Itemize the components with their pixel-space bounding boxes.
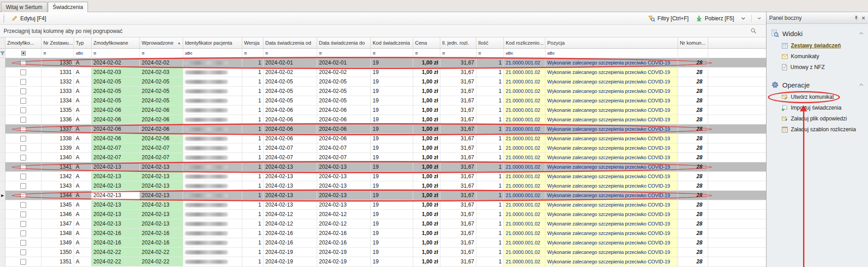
filter-cell-wprowadzone[interactable]: = bbox=[140, 49, 183, 58]
row-checkbox[interactable] bbox=[20, 79, 26, 85]
row-checkbox[interactable] bbox=[20, 126, 26, 132]
close-icon[interactable]: × bbox=[862, 15, 865, 21]
row-checkbox[interactable] bbox=[20, 249, 26, 255]
table-row[interactable]: 1345 A 2024-02-13 2024-02-13 1 2024-02-1… bbox=[0, 200, 766, 210]
table-row[interactable]: 1351 A 2024-02-22 2024-02-22 1 2024-02-1… bbox=[0, 257, 766, 267]
panel-item-importuj-swiadczenia[interactable]: Importuj świadczenia bbox=[770, 102, 864, 113]
pin-icon[interactable] bbox=[854, 15, 859, 21]
table-row[interactable]: 1342 A 2024-02-13 2024-02-13 1 2024-02-1… bbox=[0, 172, 766, 181]
cell-cena: 1,00 zł bbox=[413, 77, 440, 87]
table-row[interactable]: 1341 A 2024-02-13 2024-02-13 1 2024-02-1… bbox=[0, 162, 766, 172]
row-checkbox[interactable] bbox=[20, 221, 26, 227]
row-checkbox[interactable] bbox=[20, 136, 26, 142]
filter-cell-zmodyfikowane[interactable]: = bbox=[92, 49, 140, 58]
column-header-ilosc[interactable]: Ilość bbox=[476, 37, 504, 49]
tab-swiadczenia[interactable]: Świadczenia bbox=[48, 2, 88, 12]
chevron-down-icon bbox=[757, 17, 761, 19]
filter-cell-wersja[interactable]: = bbox=[242, 49, 263, 58]
filter-cell-zmodyfiko[interactable] bbox=[5, 49, 42, 58]
table-row[interactable]: 1330 A 2024-02-02 2024-02-02 1 2024-02-0… bbox=[0, 58, 766, 68]
panel-item-zestawy-swiadczen[interactable]: Zestawy świadczeń bbox=[770, 40, 864, 51]
row-checkbox[interactable] bbox=[20, 183, 26, 189]
row-checkbox[interactable] bbox=[20, 69, 26, 75]
column-header-typ[interactable]: Typ bbox=[74, 37, 92, 49]
toolbar-overflow-button[interactable] bbox=[754, 16, 764, 21]
download-button[interactable]: Pobierz [F5] bbox=[693, 14, 737, 23]
row-checkbox[interactable] bbox=[20, 174, 26, 180]
table-row[interactable]: 1347 A 2024-02-13 2024-02-13 1 2024-02-1… bbox=[0, 219, 766, 229]
table-row[interactable]: 1346 A 2024-02-13 2024-02-13 1 2024-02-1… bbox=[0, 210, 766, 219]
row-checkbox[interactable] bbox=[20, 240, 26, 246]
filter-cell-identyfikator[interactable]: aBc bbox=[183, 49, 242, 58]
column-header-wersja[interactable]: Wersja bbox=[242, 37, 263, 49]
row-checkbox[interactable] bbox=[20, 145, 26, 151]
search-icon[interactable] bbox=[750, 28, 757, 34]
section-header-operacje[interactable]: Operacje bbox=[770, 78, 864, 92]
tab-witaj-w-sertum[interactable]: Witaj w Sertum bbox=[1, 2, 47, 12]
filter-cell-nr-zestawu[interactable]: = bbox=[42, 49, 74, 58]
row-checkbox[interactable] bbox=[20, 230, 26, 236]
table-row[interactable]: 1333 A 2024-02-05 2024-02-05 1 2024-02-0… bbox=[0, 87, 766, 96]
column-header-zmodyfiko[interactable]: Zmodyfiko... bbox=[5, 37, 42, 49]
row-checkbox[interactable] bbox=[20, 202, 26, 208]
section-header-widoki[interactable]: Widoki bbox=[770, 27, 864, 40]
column-header-kod-rozliczeniowy[interactable]: Kod rozliczenio... bbox=[504, 37, 545, 49]
filter-cell-data-do[interactable]: = bbox=[317, 49, 371, 58]
toolbar-drag-handle[interactable] bbox=[3, 14, 5, 22]
table-row[interactable]: 1331 A 2024-02-03 2024-02-03 1 2024-02-0… bbox=[0, 68, 766, 77]
table-row[interactable]: 1338 A 2024-02-06 2024-02-06 1 2024-02-0… bbox=[0, 134, 766, 143]
column-header-data-do[interactable]: Data świadczenia do bbox=[317, 37, 371, 49]
panel-item-zaladuj-plik-odpowiedzi[interactable]: Załaduj plik odpowiedzi bbox=[770, 113, 864, 124]
filter-cell-kod-rozliczeniowy[interactable]: aBc bbox=[504, 49, 545, 58]
row-checkbox[interactable] bbox=[20, 212, 26, 217]
filter-cell-pozycja[interactable]: aBc bbox=[545, 49, 678, 58]
column-header-wprowadzone[interactable]: Wprowadzone ▲ bbox=[140, 37, 183, 49]
edit-button[interactable]: Edytuj [F4] bbox=[8, 14, 49, 23]
column-header-nr-komunikatu[interactable]: Nr komun... bbox=[678, 37, 708, 49]
table-row[interactable]: 1340 A 2024-02-07 2024-02-07 1 2024-02-0… bbox=[0, 153, 766, 162]
group-by-panel[interactable]: Przeciągnij tutaj kolumnę aby po niej po… bbox=[0, 25, 766, 37]
table-row[interactable]: 1349 A 2024-02-16 2024-02-16 1 2024-02-1… bbox=[0, 238, 766, 248]
row-checkbox[interactable] bbox=[20, 60, 26, 66]
column-header-kod-swiadczenia[interactable]: Kod świadczenia bbox=[371, 37, 413, 49]
filters-button[interactable]: Filtry [Ctrl+F] bbox=[645, 14, 692, 23]
row-checkbox[interactable] bbox=[20, 107, 26, 113]
column-header-zmodyfikowane[interactable]: Zmodyfikowane bbox=[92, 37, 140, 49]
filter-cell-il-jedn[interactable]: = bbox=[440, 49, 476, 58]
column-header-nr-zestawu[interactable]: Nr Zestawu... bbox=[42, 37, 74, 49]
filter-cell-typ[interactable]: aBc bbox=[74, 49, 92, 58]
column-header-cena[interactable]: Cena bbox=[413, 37, 440, 49]
column-header-pozycja[interactable]: Pozycja bbox=[545, 37, 678, 49]
row-checkbox[interactable] bbox=[20, 193, 26, 198]
table-row[interactable]: 1348 A 2024-02-16 2024-02-16 1 2024-02-1… bbox=[0, 229, 766, 238]
row-checkbox[interactable] bbox=[20, 88, 26, 94]
row-checkbox[interactable] bbox=[20, 98, 26, 104]
download-dropdown-button[interactable] bbox=[738, 16, 748, 21]
panel-item-zaladuj-szablon-rozliczenia[interactable]: Załaduj szablon rozliczenia bbox=[770, 124, 864, 135]
cell-il-jedn-rozl: 31,67 bbox=[440, 134, 476, 143]
column-header-identyfikator-pacjenta[interactable]: Identyfikator pacjenta bbox=[183, 37, 242, 49]
column-header-il-jedn-rozl[interactable]: Il. jedn. rozl. bbox=[440, 37, 476, 49]
table-row[interactable]: 1336 A 2024-02-06 2024-02-06 1 2024-02-0… bbox=[0, 115, 766, 124]
panel-item-komunikaty[interactable]: Komunikaty bbox=[770, 51, 864, 62]
table-row[interactable]: ▶ 1344 A 2024-02-13 2024-02-13 1 2024-02… bbox=[0, 191, 766, 200]
row-checkbox[interactable] bbox=[20, 155, 26, 161]
filter-cell-nr-komunikatu[interactable] bbox=[678, 49, 708, 58]
filter-cell-cena[interactable]: = bbox=[413, 49, 440, 58]
filter-cell-kod-swiadczenia[interactable]: = bbox=[371, 49, 413, 58]
row-checkbox[interactable] bbox=[20, 259, 26, 265]
column-header-data-od[interactable]: Data świadczenia od bbox=[263, 37, 317, 49]
table-row[interactable]: 1334 A 2024-02-05 2024-02-05 1 2024-02-0… bbox=[0, 96, 766, 106]
table-row[interactable]: 1339 A 2024-02-07 2024-02-07 1 2024-02-0… bbox=[0, 143, 766, 153]
table-row[interactable]: 1350 A 2024-02-22 2024-02-22 1 2024-02-1… bbox=[0, 248, 766, 257]
table-row[interactable]: 1335 A 2024-02-06 2024-02-06 1 2024-02-0… bbox=[0, 106, 766, 115]
table-row[interactable]: 1337 A 2024-02-06 2024-02-06 1 2024-02-0… bbox=[0, 124, 766, 134]
row-checkbox[interactable] bbox=[20, 117, 26, 123]
table-row[interactable]: 1332 A 2024-02-05 2024-02-05 1 2024-02-0… bbox=[0, 77, 766, 87]
panel-item-umowy-z-nfz[interactable]: Umowy z NFZ bbox=[770, 62, 864, 73]
row-checkbox[interactable] bbox=[20, 164, 26, 170]
filter-cell-ilosc[interactable]: = bbox=[476, 49, 504, 58]
filter-cell-data-od[interactable]: = bbox=[263, 49, 317, 58]
table-row[interactable]: 1343 A 2024-02-13 2024-02-13 1 2024-02-1… bbox=[0, 181, 766, 191]
panel-item-utworz-komunikat[interactable]: Utwórz komunikat bbox=[770, 92, 864, 102]
